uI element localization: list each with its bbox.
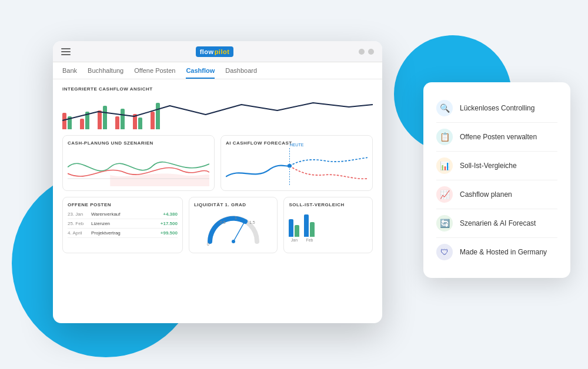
posten-date-2: 25. Feb <box>68 221 91 226</box>
feature-item-1: 🔍 Lückenloses Controlling <box>436 94 557 123</box>
middle-row: CASH-PLANUNG UND SZENARIEN AI CASHFLOW F… <box>62 135 373 191</box>
feature-icon-cashflow: 📈 <box>436 186 453 203</box>
posten-row-3: 4. April Projektvertrag +99.500 <box>68 229 178 238</box>
soll-bars-jan <box>289 219 299 237</box>
cashflow-line-chart <box>62 94 373 129</box>
win-dot-2 <box>368 49 374 55</box>
gauge-chart: 0 0.5 1 1.5 <box>204 212 263 246</box>
ai-forecast-chart <box>226 148 368 186</box>
soll-bar-feb-1 <box>304 214 309 237</box>
feature-card: 🔍 Lückenloses Controlling 📋 Offene Poste… <box>423 82 570 278</box>
svg-line-7 <box>233 223 244 241</box>
feature-item-4: 📈 Cashflow planen <box>436 180 557 209</box>
feature-label-5: Szenarien & AI Forecast <box>460 219 536 227</box>
ai-forecast-card: AI CASHFLOW FORECAST HEUTE <box>220 135 373 191</box>
svg-text:1.5: 1.5 <box>249 220 255 224</box>
cashflow-chart <box>62 94 373 129</box>
soll-ist-chart: Jan Feb <box>289 210 368 242</box>
feature-item-3: 📊 Soll-Ist-Vergleiche <box>436 152 557 180</box>
soll-bar-jan-2 <box>295 225 299 237</box>
heute-label: HEUTE <box>290 143 304 147</box>
win-dot-1 <box>359 49 365 55</box>
offene-posten-card: OFFENE POSTEN 23. Jan Warenverkauf +4.38… <box>62 197 183 253</box>
window-controls <box>359 49 374 55</box>
browser-content: INTEGRIERTE CASHFLOW ANSICHT <box>53 79 382 260</box>
posten-name-1: Warenverkauf <box>91 212 163 217</box>
nav-bank[interactable]: Bank <box>62 67 77 79</box>
logo-flow: flow <box>200 48 214 55</box>
feature-icon-hosted: 🛡 <box>436 244 453 260</box>
feature-icon-offene: 📋 <box>436 129 453 145</box>
soll-bar-feb-2 <box>310 222 315 237</box>
svg-point-2 <box>288 164 292 168</box>
feature-label-6: Made & Hosted in Germany <box>460 248 547 256</box>
cash-planung-chart <box>68 148 209 186</box>
svg-text:1: 1 <box>235 216 237 220</box>
nav-cashflow[interactable]: Cashflow <box>186 67 215 79</box>
menu-icon[interactable] <box>61 48 71 55</box>
offene-posten-title: OFFENE POSTEN <box>68 202 178 207</box>
feature-label-1: Lückenloses Controlling <box>460 104 534 112</box>
feature-label-4: Cashflow planen <box>460 190 512 199</box>
posten-amount-1: +4.380 <box>163 212 178 217</box>
liquiditat-title: LIQUIDITÄT 1. GRAD <box>194 202 273 207</box>
nav-offene-posten[interactable]: Offene Posten <box>134 67 175 79</box>
posten-row-2: 25. Feb Lizenzen +17.500 <box>68 219 178 229</box>
soll-bar-jan-1 <box>289 219 293 237</box>
nav-dashboard[interactable]: Dashboard <box>225 67 257 79</box>
posten-name-3: Projektvertrag <box>91 230 161 236</box>
posten-row-1: 23. Jan Warenverkauf +4.380 <box>68 210 178 219</box>
nav-buchhaltung[interactable]: Buchhaltung <box>88 67 123 79</box>
posten-amount-3: +99.500 <box>161 230 178 236</box>
feature-item-2: 📋 Offene Posten verwalten <box>436 123 557 152</box>
browser-window: flow pilot Bank Buchhaltung Offene Poste… <box>53 41 382 323</box>
svg-text:0.5: 0.5 <box>220 220 226 224</box>
soll-ist-title: SOLL-IST-VERGLEICH <box>289 202 368 207</box>
feature-label-2: Offene Posten verwalten <box>460 133 537 141</box>
soll-label-feb: Feb <box>306 238 313 242</box>
svg-text:0: 0 <box>207 242 209 246</box>
cash-planung-title: CASH-PLANUNG UND SZENARIEN <box>68 140 209 146</box>
soll-group-jan: Jan <box>289 219 299 242</box>
feature-icon-controlling: 🔍 <box>436 100 453 116</box>
cashflow-section: INTEGRIERTE CASHFLOW ANSICHT <box>62 86 373 129</box>
cashflow-title: INTEGRIERTE CASHFLOW ANSICHT <box>62 86 373 92</box>
soll-label-jan: Jan <box>291 238 298 242</box>
logo-pilot: pilot <box>215 48 230 55</box>
posten-date-3: 4. April <box>68 230 91 236</box>
feature-label-3: Soll-Ist-Vergleiche <box>460 162 517 170</box>
feature-item-5: 🔄 Szenarien & AI Forecast <box>436 209 557 238</box>
feature-item-6: 🛡 Made & Hosted in Germany <box>436 238 557 266</box>
soll-group-feb: Feb <box>304 214 315 242</box>
soll-ist-card: SOLL-IST-VERGLEICH Jan <box>283 197 373 253</box>
posten-date-1: 23. Jan <box>68 212 91 217</box>
gauge-container: 0 0.5 1 1.5 <box>194 210 273 248</box>
svg-point-8 <box>232 240 235 243</box>
logo-badge: flow pilot <box>196 46 234 57</box>
cash-planung-card: CASH-PLANUNG UND SZENARIEN <box>62 135 215 191</box>
liquiditat-card: LIQUIDITÄT 1. GRAD 0 0.5 1 1.5 <box>189 197 278 253</box>
browser-titlebar: flow pilot <box>53 41 382 62</box>
feature-icon-szenarien: 🔄 <box>436 215 453 232</box>
browser-nav: Bank Buchhaltung Offene Posten Cashflow … <box>53 62 382 79</box>
bottom-row: OFFENE POSTEN 23. Jan Warenverkauf +4.38… <box>62 197 373 253</box>
posten-name-2: Lizenzen <box>91 221 161 226</box>
soll-bars-feb <box>304 214 315 237</box>
posten-amount-2: +17.500 <box>161 221 178 226</box>
feature-icon-soll: 📊 <box>436 157 453 174</box>
